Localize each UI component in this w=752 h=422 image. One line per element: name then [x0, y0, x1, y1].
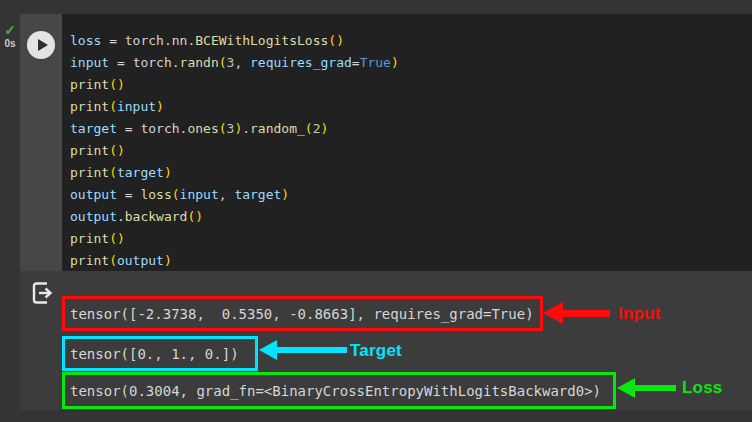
code-token: BCEWithLogitsLoss [195, 33, 328, 48]
code-token: = [101, 33, 124, 48]
loss-tensor-text: tensor(0.3004, grad_fn=<BinaryCrossEntro… [70, 383, 601, 399]
code-token: target [234, 187, 281, 202]
code-token: ) [281, 187, 289, 202]
code-token: torch. [140, 121, 187, 136]
code-token: () [109, 231, 125, 246]
code-token: print [70, 99, 109, 114]
loss-tensor-output: tensor(0.3004, grad_fn=<BinaryCrossEntro… [62, 372, 616, 409]
code-token: = [109, 55, 132, 70]
code-token: 2 [313, 121, 321, 136]
code-token: print [70, 143, 109, 158]
code-token: target [117, 165, 164, 180]
code-token: output [70, 209, 117, 224]
code-line[interactable]: print() [70, 140, 748, 162]
arrow-head-icon [259, 340, 277, 360]
target-annotation-arrow [259, 340, 347, 360]
code-line[interactable]: print(output) [70, 250, 748, 271]
code-token: ) [391, 55, 399, 70]
input-tensor-text: tensor([-2.3738, 0.5350, -0.8663], requi… [70, 306, 534, 322]
code-token: () [109, 77, 125, 92]
code-token: output [70, 187, 117, 202]
arrow-shaft [563, 310, 610, 317]
target-tensor-text: tensor([0., 1., 0.]) [70, 346, 239, 362]
code-token: , [234, 55, 250, 70]
code-token: print [70, 231, 109, 246]
play-icon [38, 39, 48, 51]
code-token: () [109, 143, 125, 158]
code-token: ( [305, 121, 313, 136]
cell-output-icon [30, 280, 54, 306]
arrow-head-icon [543, 302, 563, 324]
target-tensor-output: tensor([0., 1., 0.]) [62, 336, 258, 371]
code-line[interactable]: output.backward() [70, 206, 748, 228]
input-tensor-output: tensor([-2.3738, 0.5350, -0.8663], requi… [62, 296, 543, 331]
loss-annotation-arrow [617, 378, 676, 398]
code-token: ( [219, 55, 227, 70]
code-line[interactable]: print() [70, 74, 748, 96]
code-line[interactable]: print(input) [70, 96, 748, 118]
code-token: requires_grad [250, 55, 352, 70]
loss-annotation-label: Loss [682, 378, 722, 398]
code-token: ( [219, 121, 227, 136]
cell-execution-status: ✓ 0s [0, 14, 20, 74]
code-line[interactable]: input = torch.randn(3, requires_grad=Tru… [70, 52, 748, 74]
code-token: torch.nn. [125, 33, 195, 48]
code-token: randn [180, 55, 219, 70]
code-token: loss [70, 33, 101, 48]
code-token: backward [125, 209, 188, 224]
code-token: output [117, 253, 164, 268]
target-annotation-label: Target [350, 341, 402, 361]
code-cell: loss = torch.nn.BCEWithLogitsLoss()input… [20, 14, 752, 271]
arrow-shaft [635, 385, 676, 391]
code-token: print [70, 253, 109, 268]
code-editor[interactable]: loss = torch.nn.BCEWithLogitsLoss()input… [62, 14, 752, 271]
code-token: ( [109, 253, 117, 268]
code-token: True [360, 55, 391, 70]
code-line[interactable]: print(target) [70, 162, 748, 184]
code-token: = [117, 187, 140, 202]
code-token: () [328, 33, 344, 48]
code-token: target [70, 121, 117, 136]
code-token: ( [172, 187, 180, 202]
code-token: input [117, 99, 156, 114]
code-token: print [70, 77, 109, 92]
code-token: ( [109, 165, 117, 180]
output-panel: tensor([-2.3738, 0.5350, -0.8663], requi… [20, 271, 752, 410]
cell-toolbar-strip [20, 14, 62, 271]
code-token: = [117, 121, 140, 136]
code-token: ( [109, 99, 117, 114]
code-token: input [70, 55, 109, 70]
code-token: torch. [133, 55, 180, 70]
input-annotation-arrow [543, 302, 610, 324]
code-token: ) [164, 253, 172, 268]
code-token: loss [140, 187, 171, 202]
code-token: () [187, 209, 203, 224]
success-check-icon: ✓ [0, 22, 20, 38]
code-token: input [180, 187, 219, 202]
code-token: = [352, 55, 360, 70]
notebook-page: ✓ 0s loss = torch.nn.BCEWithLogitsLoss()… [0, 0, 752, 422]
code-line[interactable]: target = torch.ones(3).random_(2) [70, 118, 748, 140]
code-token: , [219, 187, 235, 202]
code-line[interactable]: print() [70, 228, 748, 250]
code-token: ones [187, 121, 218, 136]
arrow-shaft [277, 347, 347, 353]
code-token: ) [164, 165, 172, 180]
code-line[interactable]: loss = torch.nn.BCEWithLogitsLoss() [70, 30, 748, 52]
code-token: . [117, 209, 125, 224]
input-annotation-label: Input [618, 304, 661, 324]
code-line[interactable]: output = loss(input, target) [70, 184, 748, 206]
code-token: ) [156, 99, 164, 114]
code-token: ) [321, 121, 329, 136]
code-token: . [242, 121, 250, 136]
run-cell-button[interactable] [27, 31, 55, 59]
execution-time: 0s [0, 38, 20, 50]
code-token: random_ [250, 121, 305, 136]
code-token: print [70, 165, 109, 180]
arrow-head-icon [617, 378, 635, 398]
